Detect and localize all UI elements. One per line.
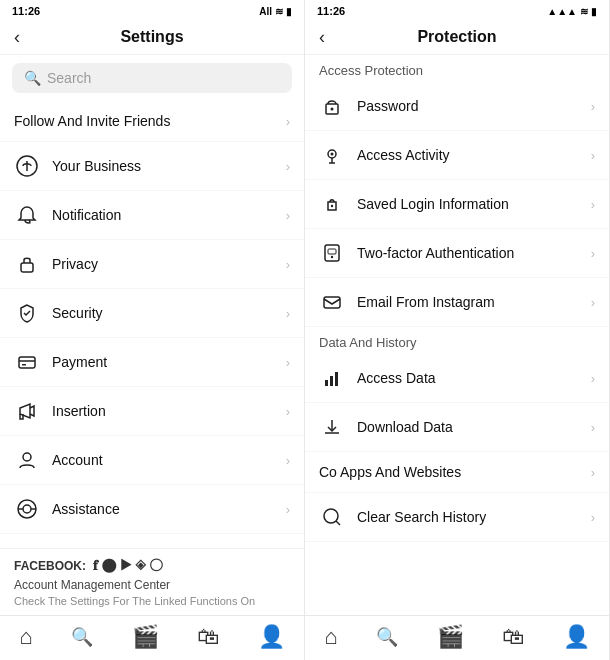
menu-item-saved-login[interactable]: Saved Login Information ›	[305, 180, 609, 229]
saved-login-icon	[319, 191, 345, 217]
svg-point-12	[331, 108, 334, 111]
menu-item-security[interactable]: Security ›	[0, 289, 304, 338]
menu-item-account[interactable]: Account ›	[0, 436, 304, 485]
menu-label-access-activity: Access Activity	[357, 147, 591, 163]
password-icon	[319, 93, 345, 119]
menu-item-notification[interactable]: Notification ›	[0, 191, 304, 240]
menu-item-follow-friends[interactable]: Follow And Invite Friends ›	[0, 101, 304, 142]
menu-label-email-instagram: Email From Instagram	[357, 294, 591, 310]
menu-label-insertion: Insertion	[52, 403, 286, 419]
svg-point-23	[324, 509, 338, 523]
menu-label-two-factor: Two-factor Authentication	[357, 245, 591, 261]
menu-label-password: Password	[357, 98, 591, 114]
nav-bag-right[interactable]: 🛍	[502, 624, 524, 650]
email-icon	[319, 289, 345, 315]
menu-item-access-data[interactable]: Access Data ›	[305, 354, 609, 403]
menu-item-email-instagram[interactable]: Email From Instagram ›	[305, 278, 609, 327]
chevron-your-business: ›	[286, 159, 290, 174]
payment-icon	[14, 349, 40, 375]
svg-rect-21	[330, 376, 333, 386]
svg-rect-16	[325, 245, 339, 261]
nav-bag-left[interactable]: 🛍	[197, 624, 219, 650]
chevron-security: ›	[286, 306, 290, 321]
facebook-footer: FACEBOOK: 𝐟 ⬤ ▶ ◈ ◯ Account Management C…	[0, 548, 304, 615]
svg-rect-3	[22, 364, 26, 366]
menu-label-notification: Notification	[52, 207, 286, 223]
chevron-saved-login: ›	[591, 197, 595, 212]
chevron-insertion: ›	[286, 404, 290, 419]
signal-right: ▲▲▲	[547, 6, 577, 17]
menu-label-follow-friends: Follow And Invite Friends	[14, 113, 170, 129]
search-icon: 🔍	[24, 70, 41, 86]
chevron-two-factor: ›	[591, 246, 595, 261]
carrier-left: All	[259, 6, 272, 17]
menu-label-your-business: Your Business	[52, 158, 286, 174]
menu-label-security: Security	[52, 305, 286, 321]
settings-header: ‹ Settings	[0, 22, 304, 55]
account-icon	[14, 447, 40, 473]
section-access-protection: Access Protection	[305, 55, 609, 82]
svg-rect-22	[335, 372, 338, 386]
nav-shop-right[interactable]: 🎬	[437, 624, 464, 650]
nav-shop-left[interactable]: 🎬	[132, 624, 159, 650]
svg-point-18	[331, 256, 333, 258]
information-icon	[14, 545, 40, 548]
nav-profile-right[interactable]: 👤	[563, 624, 590, 650]
download-data-icon	[319, 414, 345, 440]
nav-home-left[interactable]: ⌂	[19, 624, 32, 650]
status-icons-right: ▲▲▲ ≋ ▮	[547, 6, 597, 17]
protection-panel: 11:26 ▲▲▲ ≋ ▮ ‹ Protection Access Protec…	[305, 0, 610, 660]
menu-item-your-business[interactable]: Your Business ›	[0, 142, 304, 191]
menu-item-co-apps[interactable]: Co Apps And Websites ›	[305, 452, 609, 493]
chevron-access-activity: ›	[591, 148, 595, 163]
menu-label-access-data: Access Data	[357, 370, 591, 386]
svg-rect-20	[325, 380, 328, 386]
svg-rect-1	[21, 263, 33, 272]
status-bar-left: 11:26 All ≋ ▮	[0, 0, 304, 22]
settings-menu-list: Follow And Invite Friends › Your Busines…	[0, 101, 304, 548]
menu-item-clear-search[interactable]: Clear Search History ›	[305, 493, 609, 542]
settings-title: Settings	[120, 28, 183, 46]
chevron-payment: ›	[286, 355, 290, 370]
privacy-icon	[14, 251, 40, 277]
menu-item-access-activity[interactable]: Access Activity ›	[305, 131, 609, 180]
menu-label-download-data: Download Data	[357, 419, 591, 435]
chevron-download-data: ›	[591, 420, 595, 435]
nav-profile-left[interactable]: 👤	[258, 624, 285, 650]
battery-icon-left: ▮	[286, 6, 292, 17]
svg-point-14	[331, 153, 334, 156]
bottom-nav-right: ⌂ 🔍 🎬 🛍 👤	[305, 615, 609, 660]
menu-item-insertion[interactable]: Insertion ›	[0, 387, 304, 436]
clear-search-icon	[319, 504, 345, 530]
menu-item-two-factor[interactable]: Two-factor Authentication ›	[305, 229, 609, 278]
search-bar[interactable]: 🔍 Search	[12, 63, 292, 93]
wifi-icon-left: ≋	[275, 6, 283, 17]
protection-header: ‹ Protection	[305, 22, 609, 55]
section-data-history: Data And History	[305, 327, 609, 354]
svg-point-15	[331, 205, 333, 207]
menu-label-payment: Payment	[52, 354, 286, 370]
settings-panel: 11:26 All ≋ ▮ ‹ Settings 🔍 Search Follow…	[0, 0, 305, 660]
two-factor-icon	[319, 240, 345, 266]
menu-item-assistance[interactable]: Assistance ›	[0, 485, 304, 534]
menu-item-download-data[interactable]: Download Data ›	[305, 403, 609, 452]
menu-item-information[interactable]: Information ›	[0, 534, 304, 548]
chevron-co-apps: ›	[591, 465, 595, 480]
nav-search-left[interactable]: 🔍	[71, 626, 93, 648]
back-arrow-right[interactable]: ‹	[319, 27, 325, 48]
menu-label-co-apps: Co Apps And Websites	[319, 464, 461, 480]
your-business-icon	[14, 153, 40, 179]
menu-item-payment[interactable]: Payment ›	[0, 338, 304, 387]
nav-search-right[interactable]: 🔍	[376, 626, 398, 648]
chevron-email-instagram: ›	[591, 295, 595, 310]
menu-label-account: Account	[52, 452, 286, 468]
account-management-center[interactable]: Account Management Center	[14, 578, 290, 592]
back-arrow-left[interactable]: ‹	[14, 27, 20, 48]
menu-item-privacy[interactable]: Privacy ›	[0, 240, 304, 289]
nav-home-right[interactable]: ⌂	[324, 624, 337, 650]
menu-item-password[interactable]: Password ›	[305, 82, 609, 131]
menu-label-assistance: Assistance	[52, 501, 286, 517]
notification-icon	[14, 202, 40, 228]
battery-icon-right: ▮	[591, 6, 597, 17]
security-icon	[14, 300, 40, 326]
